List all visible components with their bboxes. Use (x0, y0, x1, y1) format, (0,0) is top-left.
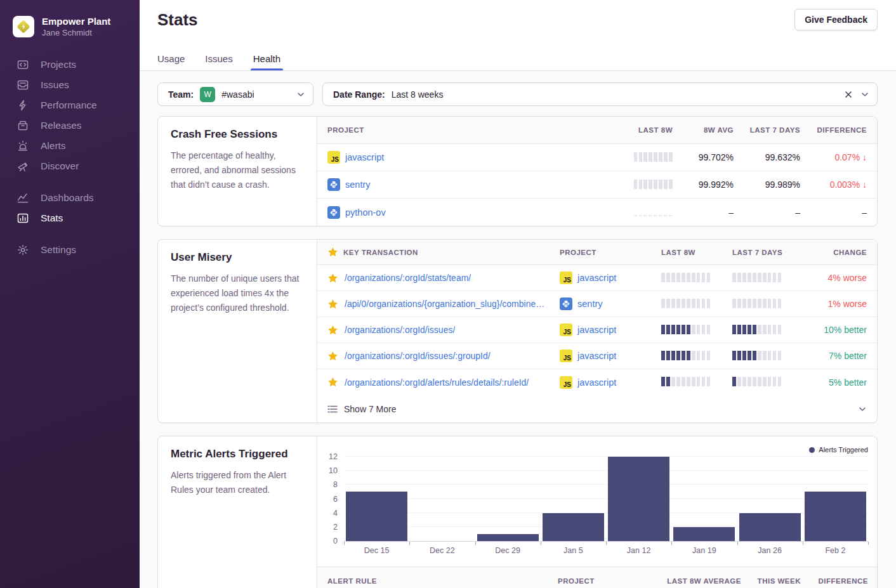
metric-alerts-panel: Metric Alerts Triggered Alerts triggered… (157, 436, 878, 588)
project-link[interactable]: javascript (345, 152, 384, 162)
sidebar-item-releases[interactable]: Releases (0, 115, 140, 136)
column-header: Change (833, 249, 867, 256)
sidebar-item-dashboards[interactable]: Dashboards (0, 188, 140, 208)
javascript-platform-icon: JS (560, 323, 572, 336)
python-platform-icon (327, 178, 340, 191)
team-value: #wasabi (221, 89, 254, 100)
tab-bar: UsageIssuesHealth (157, 53, 280, 70)
tab-usage[interactable]: Usage (157, 53, 185, 70)
x-axis-tick-label: Jan 19 (671, 546, 737, 555)
sidebar-item-stats[interactable]: Stats (0, 208, 140, 228)
legend-label: Alerts Triggered (819, 446, 868, 454)
crash-free-table-header: ProjectLast 8W8W AvgLast 7 DaysDifferenc… (317, 117, 877, 144)
bar-slot (475, 457, 541, 541)
team-avatar: W (200, 87, 215, 102)
table-row: /organizations/:orgId/stats/team/JSjavas… (317, 265, 877, 291)
show-more-label: Show 7 More (344, 404, 396, 414)
tab-health[interactable]: Health (253, 53, 280, 70)
team-select[interactable]: Team: W #wasabi (157, 82, 313, 106)
project-link[interactable]: sentry (345, 180, 371, 190)
sparkline (732, 350, 781, 360)
give-feedback-button[interactable]: Give Feedback (794, 9, 878, 30)
transaction-link[interactable]: /organizations/:orgId/stats/team/ (345, 273, 471, 283)
transaction-link[interactable]: /api/0/organizations/{organization_slug}… (345, 299, 544, 309)
sidebar-item-performance[interactable]: Performance (0, 95, 140, 115)
last-8w-sparkline-cell (634, 152, 673, 164)
sidebar-item-label: Alerts (41, 140, 66, 152)
org-switcher[interactable]: Empower Plant Jane Schmidt (0, 0, 140, 55)
chevron-down-icon[interactable] (296, 90, 305, 99)
sidebar-item-projects[interactable]: Projects (0, 55, 140, 75)
bar-dec-15 (346, 492, 407, 541)
transaction-link[interactable]: /organizations/:orgId/alerts/rules/detai… (345, 377, 529, 388)
star-icon (327, 273, 338, 284)
sidebar-item-discover[interactable]: Discover (0, 156, 140, 176)
last-8w-sparkline-cell (661, 350, 732, 362)
project-cell: JSjavascript (560, 350, 661, 362)
bar-slot (541, 457, 606, 541)
difference-value: – (862, 207, 867, 218)
table-row: /organizations/:orgId/issues/:groupId/JS… (317, 343, 877, 369)
axis-tick (737, 542, 738, 545)
last-8w-sparkline-cell (634, 206, 673, 218)
axis-tick (409, 542, 410, 545)
python-platform-icon (327, 206, 340, 219)
column-header: Difference (819, 577, 868, 585)
date-range-select[interactable]: Date Range: Last 8 weeks (322, 82, 878, 106)
project-link[interactable]: javascript (577, 325, 616, 335)
x-axis-tick-label: Feb 2 (803, 546, 868, 555)
project-link[interactable]: sentry (577, 299, 603, 309)
bar-slot (671, 457, 737, 541)
column-header: Project (327, 126, 596, 134)
sidebar-item-label: Issues (41, 79, 69, 91)
table-row: python-ov––– (317, 199, 877, 226)
content: Team: W #wasabi Date Range: Last 8 weeks (140, 71, 896, 588)
project-link[interactable]: javascript (577, 377, 616, 388)
last-8w-sparkline-cell (661, 376, 732, 388)
last-8w-sparkline-cell (661, 298, 732, 310)
change-value: 7% better (829, 351, 867, 361)
x-axis-tick-label: Jan 5 (541, 546, 606, 555)
transaction-link[interactable]: /organizations/:orgId/issues/:groupId/ (345, 351, 491, 361)
project-link[interactable]: python-ov (345, 207, 386, 218)
crash-free-sessions-panel: Crash Free Sessions The percentage of he… (157, 116, 878, 226)
sidebar-item-alerts[interactable]: Alerts (0, 136, 140, 156)
sidebar-item-settings[interactable]: Settings (0, 240, 140, 260)
sidebar-item-label: Settings (41, 244, 76, 256)
key-transaction-cell: /organizations/:orgId/issues/ (327, 325, 560, 336)
project-link[interactable]: javascript (577, 273, 616, 283)
y-axis-tick-label: 10 (329, 466, 338, 475)
y-axis-tick-label: 12 (329, 452, 338, 461)
transaction-link[interactable]: /organizations/:orgId/issues/ (345, 325, 455, 335)
bar-dec-29 (477, 534, 539, 541)
project-link[interactable]: javascript (577, 351, 616, 361)
column-header: This Week (758, 577, 801, 585)
x-axis-tick-label: Dec 29 (475, 546, 541, 555)
tab-issues[interactable]: Issues (205, 53, 232, 70)
x-axis-tick-label: Dec 22 (409, 546, 475, 555)
key-transaction-cell: /organizations/:orgId/stats/team/ (327, 273, 560, 284)
star-icon (327, 377, 338, 388)
sidebar-item-issues[interactable]: Issues (0, 75, 140, 95)
chevron-down-icon (858, 405, 867, 414)
axis-tick (803, 542, 803, 545)
x-axis-tick-label: Dec 15 (344, 546, 409, 555)
avg-8w-value: – (728, 207, 734, 218)
x-axis-tick-label: Jan 12 (606, 546, 671, 555)
releases-icon (16, 119, 29, 132)
chevron-down-icon[interactable] (860, 90, 869, 99)
x-axis-tick-label: Jan 26 (737, 546, 803, 555)
javascript-platform-icon: JS (560, 271, 572, 284)
org-logo-icon (13, 16, 34, 37)
show-more-button[interactable]: Show 7 More (317, 395, 877, 422)
last-7-days-sparkline-cell (732, 350, 803, 362)
page-title: Stats (157, 10, 198, 30)
y-axis-tick-label: 8 (333, 480, 338, 489)
y-axis-tick-label: 2 (333, 523, 338, 532)
project-cell: JSjavascript (560, 323, 661, 336)
column-header: Last 7 Days (732, 249, 803, 256)
y-axis-tick-label: 6 (333, 495, 338, 504)
last-8w-sparkline-cell (634, 179, 673, 191)
crash-free-title: Crash Free Sessions (171, 128, 304, 141)
clear-date-icon[interactable] (844, 90, 853, 99)
